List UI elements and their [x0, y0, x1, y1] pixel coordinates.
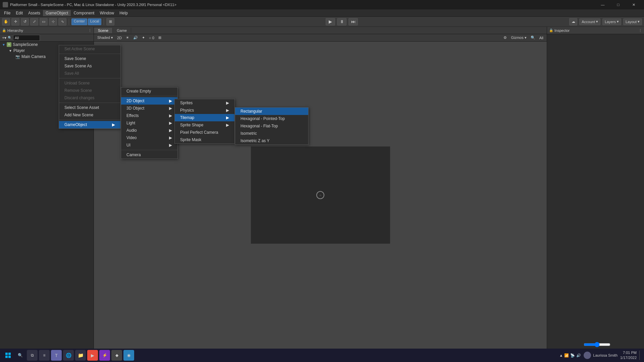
tool-transform[interactable]: ⊹ [49, 18, 57, 25]
grid-icon[interactable]: ⊞ [157, 36, 163, 40]
tray-arrow[interactable]: ▲ [559, 353, 563, 357]
pivot-local-button[interactable]: Local [88, 18, 101, 25]
shading-dropdown[interactable]: Shaded ▾ [96, 36, 114, 40]
ctx-effects[interactable]: Effects ▶ [121, 112, 177, 119]
zoom-slider[interactable] [584, 342, 610, 347]
ctx-audio[interactable]: Audio ▶ [121, 127, 177, 134]
inspector-menu-icon[interactable]: ⋮ [639, 28, 642, 32]
ctx-camera[interactable]: Camera [121, 151, 177, 159]
widgets-button[interactable]: ≡ [39, 350, 50, 361]
tool-scale[interactable]: ⤢ [30, 18, 38, 25]
play-button[interactable]: ▶ [326, 18, 335, 25]
wifi-icon[interactable]: 📡 [570, 353, 575, 358]
unknown-app-button[interactable]: ◉ [123, 350, 134, 361]
ctx-sprite-mask[interactable]: Sprite Mask [175, 136, 234, 143]
ctx-sep-2 [59, 78, 120, 78]
tool-rotate[interactable]: ↺ [21, 18, 29, 25]
ctx-hex-flat[interactable]: Hexagonal - Flat-Top [235, 122, 308, 130]
layers-dropdown[interactable]: Layers ▾ [602, 18, 621, 25]
ctx-ui-arrow: ▶ [169, 143, 172, 147]
ctx-create-empty[interactable]: Create Empty [121, 87, 177, 95]
explorer-button[interactable]: 📁 [75, 350, 86, 361]
scene-tabs: Scene Game [94, 27, 547, 34]
scene-settings-icon[interactable]: ⚙ [502, 36, 508, 40]
tool-move[interactable]: ✛ [11, 18, 19, 25]
audio-icon[interactable]: 🔊 [132, 36, 139, 40]
grid-snap-button[interactable]: ⊞ [106, 18, 114, 25]
ctx-video[interactable]: Video ▶ [121, 134, 177, 141]
cloud-button[interactable]: ☁ [569, 18, 577, 25]
ctx-physics[interactable]: Physics ▶ [175, 107, 234, 114]
ctx-add-new-scene[interactable]: Add New Scene [59, 111, 120, 119]
account-dropdown[interactable]: Account ▾ [579, 18, 600, 25]
2d-button[interactable]: 2D [116, 36, 123, 40]
taskview-button[interactable]: ⧉ [27, 350, 38, 361]
menu-file[interactable]: File [1, 10, 13, 16]
ctx-select-scene-asset[interactable]: Select Scene Asset [59, 104, 120, 111]
add-icon[interactable]: +▾ [2, 36, 6, 40]
ctx-save-scene-as[interactable]: Save Scene As [59, 62, 120, 70]
menu-component[interactable]: Component [71, 10, 97, 16]
ctx-isometric-z[interactable]: Isometric Z as Y [235, 137, 308, 144]
menu-assets[interactable]: Assets [25, 10, 43, 16]
tool-hand[interactable]: ✋ [2, 18, 10, 25]
tab-game[interactable]: Game [113, 28, 131, 33]
pivot-center-button[interactable]: Center [71, 18, 87, 25]
ctx-sprites[interactable]: Sprites ▶ [175, 99, 234, 107]
user-avatar [584, 352, 591, 359]
ctx-gameobject[interactable]: GameObject ▶ [59, 121, 120, 128]
hierarchy-menu-icon[interactable]: ⋮ [88, 28, 92, 32]
search-scene-icon[interactable]: 🔍 [529, 36, 537, 40]
menu-window[interactable]: Window [97, 10, 117, 16]
ctx-tilemap[interactable]: Tilemap ▶ [175, 114, 234, 121]
ctx-light[interactable]: Light ▶ [121, 119, 177, 127]
tab-scene[interactable]: Scene [94, 28, 113, 33]
lighting-icon[interactable]: ☀ [124, 36, 130, 40]
menu-edit[interactable]: Edit [13, 10, 25, 16]
ctx-pixel-perfect-camera[interactable]: Pixel Perfect Camera [175, 129, 234, 136]
ctx-ui[interactable]: UI ▶ [121, 141, 177, 149]
network-icon[interactable]: 📶 [564, 353, 569, 358]
ctx-save-scene[interactable]: Save Scene [59, 55, 120, 62]
ctx-go-sep-2 [121, 150, 177, 150]
gizmos-dropdown[interactable]: Gizmos ▾ [509, 36, 528, 40]
ctx-sep-3 [59, 103, 120, 103]
teams-button[interactable]: T [51, 350, 62, 361]
menu-help[interactable]: Help [117, 10, 130, 16]
hierarchy-lock-icon[interactable]: 🔒 [2, 28, 6, 32]
2dobject-context-menu: Sprites ▶ Physics ▶ Tilemap ▶ Sprite Sha… [174, 99, 235, 144]
search-taskbar-button[interactable]: 🔍 [15, 350, 25, 361]
maximize-button[interactable]: □ [610, 0, 626, 9]
ctx-sep-1 [59, 54, 120, 54]
close-button[interactable]: ✕ [626, 0, 641, 9]
ctx-2d-object[interactable]: 2D Object ▶ [121, 97, 177, 105]
chrome-button[interactable]: 🌐 [63, 350, 74, 361]
minimize-button[interactable]: — [595, 0, 610, 9]
show-desktop-button[interactable] [639, 351, 641, 360]
step-button[interactable]: ⏭ [348, 18, 358, 25]
ctx-hex-pointed[interactable]: Hexagonal - Pointed-Top [235, 115, 308, 122]
inspector-header: 🔒 Inspector ⋮ [547, 27, 644, 34]
tool-rect[interactable]: ▭ [40, 18, 48, 25]
ctx-rectangular[interactable]: Rectangular [235, 108, 308, 115]
volume-icon[interactable]: 🔊 [576, 353, 581, 358]
ctx-3d-object[interactable]: 3D Object ▶ [121, 105, 177, 112]
media-button[interactable]: ▶ [87, 350, 98, 361]
vs-button[interactable]: ⚡ [99, 350, 110, 361]
pause-button[interactable]: ⏸ [337, 18, 346, 25]
all-label[interactable]: All [538, 36, 545, 40]
tool-extra[interactable]: ∿ [58, 18, 66, 25]
clock-time: 7:01 PM [620, 350, 637, 355]
hidden-objects[interactable]: ○ 0 [148, 36, 156, 40]
vfx-icon[interactable]: ✦ [141, 36, 146, 40]
ctx-sprites-arrow: ▶ [226, 101, 229, 105]
unity-hub-button[interactable]: ◆ [111, 350, 122, 361]
transform-pivot-group: Center Local [71, 18, 101, 25]
hierarchy-search-input[interactable] [13, 35, 40, 41]
inspector-lock-icon[interactable]: 🔒 [549, 28, 553, 32]
menu-gameobject[interactable]: GameObject [43, 10, 71, 16]
layout-dropdown[interactable]: Layout ▾ [623, 18, 642, 25]
ctx-isometric[interactable]: Isometric [235, 130, 308, 137]
ctx-sprite-shape[interactable]: Sprite Shape ▶ [175, 121, 234, 129]
start-button[interactable] [3, 350, 13, 361]
